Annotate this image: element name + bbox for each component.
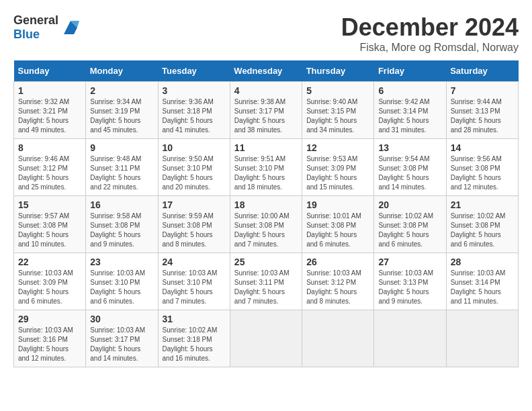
- daylight-label: Daylight: 5 hours and 25 minutes.: [18, 174, 69, 191]
- calendar-cell: 22 Sunrise: 10:03 AM Sunset: 3:09 PM Day…: [14, 253, 86, 310]
- day-number: 29: [18, 314, 81, 324]
- header-thursday: Thursday: [302, 60, 374, 82]
- calendar-cell: 11 Sunrise: 9:51 AM Sunset: 3:10 PM Dayl…: [230, 139, 302, 196]
- day-number: 24: [163, 257, 226, 267]
- sunrise-label: Sunrise: 10:02 AM: [378, 212, 433, 220]
- sunset-label: Sunset: 3:17 PM: [90, 336, 140, 343]
- calendar-cell: 17 Sunrise: 9:59 AM Sunset: 3:08 PM Dayl…: [158, 196, 230, 253]
- sunrise-label: Sunrise: 10:01 AM: [306, 212, 361, 220]
- calendar-cell: [230, 310, 302, 367]
- calendar-cell: 3 Sunrise: 9:36 AM Sunset: 3:18 PM Dayli…: [158, 82, 230, 139]
- day-number: 23: [90, 257, 153, 267]
- sunrise-label: Sunrise: 10:03 AM: [18, 269, 73, 277]
- day-info: Sunrise: 9:40 AM Sunset: 3:15 PM Dayligh…: [306, 97, 369, 135]
- day-number: 28: [451, 257, 514, 267]
- calendar-week-4: 22 Sunrise: 10:03 AM Sunset: 3:09 PM Day…: [14, 253, 519, 310]
- sunset-label: Sunset: 3:12 PM: [18, 165, 68, 172]
- sunrise-label: Sunrise: 10:03 AM: [90, 269, 145, 277]
- day-info: Sunrise: 10:03 AM Sunset: 3:13 PM Daylig…: [378, 269, 441, 306]
- calendar-cell: 26 Sunrise: 10:03 AM Sunset: 3:12 PM Day…: [302, 253, 374, 310]
- sunrise-label: Sunrise: 10:03 AM: [90, 326, 145, 334]
- daylight-label: Daylight: 5 hours and 20 minutes.: [163, 174, 213, 191]
- day-info: Sunrise: 9:58 AM Sunset: 3:08 PM Dayligh…: [90, 212, 153, 249]
- sunrise-label: Sunrise: 9:51 AM: [234, 155, 285, 163]
- calendar-cell: 1 Sunrise: 9:32 AM Sunset: 3:21 PM Dayli…: [14, 82, 86, 139]
- sunset-label: Sunset: 3:15 PM: [306, 107, 356, 115]
- daylight-label: Daylight: 5 hours and 6 minutes.: [306, 231, 357, 248]
- sunrise-label: Sunrise: 9:38 AM: [234, 98, 285, 105]
- day-info: Sunrise: 9:53 AM Sunset: 3:09 PM Dayligh…: [306, 154, 369, 192]
- day-info: Sunrise: 9:46 AM Sunset: 3:12 PM Dayligh…: [18, 154, 81, 192]
- daylight-label: Daylight: 5 hours and 11 minutes.: [451, 288, 501, 305]
- calendar-subtitle: Fiska, More og Romsdal, Norway: [341, 42, 519, 54]
- sunrise-label: Sunrise: 9:50 AM: [163, 155, 214, 163]
- logo-blue: Blue: [13, 28, 40, 41]
- calendar-cell: 13 Sunrise: 9:54 AM Sunset: 3:08 PM Dayl…: [374, 139, 446, 196]
- calendar-title: December 2024: [341, 13, 519, 42]
- sunrise-label: Sunrise: 10:03 AM: [306, 269, 361, 277]
- sunset-label: Sunset: 3:09 PM: [306, 165, 356, 172]
- calendar-cell: 28 Sunrise: 10:03 AM Sunset: 3:14 PM Day…: [446, 253, 518, 310]
- day-info: Sunrise: 10:03 AM Sunset: 3:10 PM Daylig…: [90, 269, 153, 306]
- day-info: Sunrise: 9:38 AM Sunset: 3:17 PM Dayligh…: [234, 97, 298, 135]
- day-number: 2: [90, 85, 153, 96]
- sunset-label: Sunset: 3:08 PM: [18, 222, 68, 229]
- day-info: Sunrise: 10:00 AM Sunset: 3:08 PM Daylig…: [234, 212, 298, 249]
- daylight-label: Daylight: 5 hours and 22 minutes.: [90, 174, 140, 191]
- sunset-label: Sunset: 3:13 PM: [451, 107, 500, 115]
- daylight-label: Daylight: 5 hours and 18 minutes.: [234, 174, 285, 191]
- sunset-label: Sunset: 3:08 PM: [378, 165, 428, 172]
- day-info: Sunrise: 9:32 AM Sunset: 3:21 PM Dayligh…: [18, 97, 81, 135]
- sunset-label: Sunset: 3:11 PM: [234, 279, 284, 286]
- calendar-cell: 21 Sunrise: 10:02 AM Sunset: 3:08 PM Day…: [446, 196, 518, 253]
- sunset-label: Sunset: 3:12 PM: [306, 279, 356, 286]
- day-info: Sunrise: 10:03 AM Sunset: 3:10 PM Daylig…: [163, 269, 226, 306]
- sunset-label: Sunset: 3:08 PM: [451, 165, 500, 172]
- sunrise-label: Sunrise: 9:32 AM: [18, 98, 69, 105]
- sunset-label: Sunset: 3:08 PM: [90, 222, 140, 229]
- daylight-label: Daylight: 5 hours and 15 minutes.: [306, 174, 357, 191]
- sunset-label: Sunset: 3:18 PM: [163, 107, 212, 115]
- day-number: 25: [234, 257, 298, 267]
- day-number: 10: [163, 142, 226, 153]
- sunset-label: Sunset: 3:11 PM: [90, 165, 140, 172]
- daylight-label: Daylight: 5 hours and 12 minutes.: [451, 174, 501, 191]
- sunset-label: Sunset: 3:14 PM: [451, 279, 500, 286]
- sunset-label: Sunset: 3:16 PM: [18, 336, 68, 343]
- daylight-label: Daylight: 5 hours and 14 minutes.: [378, 174, 429, 191]
- day-info: Sunrise: 10:03 AM Sunset: 3:09 PM Daylig…: [18, 269, 81, 306]
- calendar-cell: 18 Sunrise: 10:00 AM Sunset: 3:08 PM Day…: [230, 196, 302, 253]
- sunrise-label: Sunrise: 9:48 AM: [90, 155, 141, 163]
- day-number: 9: [90, 142, 153, 153]
- calendar-cell: 20 Sunrise: 10:02 AM Sunset: 3:08 PM Day…: [374, 196, 446, 253]
- daylight-label: Daylight: 5 hours and 9 minutes.: [90, 231, 140, 248]
- day-info: Sunrise: 9:34 AM Sunset: 3:19 PM Dayligh…: [90, 97, 153, 135]
- daylight-label: Daylight: 5 hours and 6 minutes.: [451, 231, 501, 248]
- calendar-cell: 25 Sunrise: 10:03 AM Sunset: 3:11 PM Day…: [230, 253, 302, 310]
- calendar-cell: 7 Sunrise: 9:44 AM Sunset: 3:13 PM Dayli…: [446, 82, 518, 139]
- sunrise-label: Sunrise: 9:56 AM: [451, 155, 502, 163]
- day-number: 31: [163, 314, 226, 324]
- day-info: Sunrise: 9:50 AM Sunset: 3:10 PM Dayligh…: [163, 154, 226, 192]
- day-info: Sunrise: 9:36 AM Sunset: 3:18 PM Dayligh…: [163, 97, 226, 135]
- calendar-cell: [446, 310, 518, 367]
- daylight-label: Daylight: 5 hours and 16 minutes.: [163, 345, 213, 362]
- day-info: Sunrise: 10:03 AM Sunset: 3:12 PM Daylig…: [306, 269, 369, 306]
- sunset-label: Sunset: 3:08 PM: [378, 222, 428, 229]
- sunrise-label: Sunrise: 9:44 AM: [451, 98, 502, 105]
- day-number: 8: [18, 142, 81, 153]
- daylight-label: Daylight: 5 hours and 6 minutes.: [378, 231, 429, 248]
- daylight-label: Daylight: 5 hours and 8 minutes.: [163, 231, 213, 248]
- day-info: Sunrise: 10:01 AM Sunset: 3:08 PM Daylig…: [306, 212, 369, 249]
- day-number: 3: [163, 85, 226, 96]
- header-friday: Friday: [374, 60, 446, 82]
- sunset-label: Sunset: 3:08 PM: [163, 222, 212, 229]
- daylight-label: Daylight: 5 hours and 8 minutes.: [306, 288, 357, 305]
- calendar-cell: 10 Sunrise: 9:50 AM Sunset: 3:10 PM Dayl…: [158, 139, 230, 196]
- day-number: 27: [378, 257, 441, 267]
- day-number: 1: [18, 85, 81, 96]
- calendar-week-2: 8 Sunrise: 9:46 AM Sunset: 3:12 PM Dayli…: [14, 139, 519, 196]
- day-number: 30: [90, 314, 153, 324]
- sunset-label: Sunset: 3:10 PM: [90, 279, 140, 286]
- day-number: 15: [18, 199, 81, 210]
